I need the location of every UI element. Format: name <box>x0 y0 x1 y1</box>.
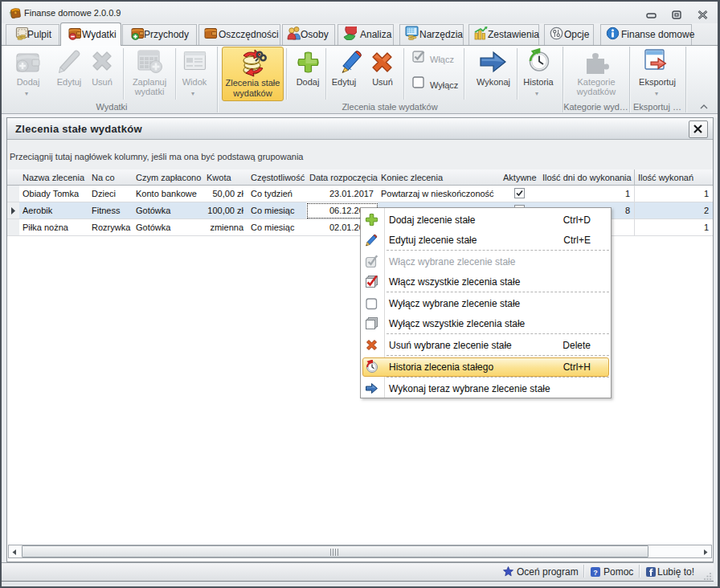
svg-text:?: ? <box>593 569 598 577</box>
